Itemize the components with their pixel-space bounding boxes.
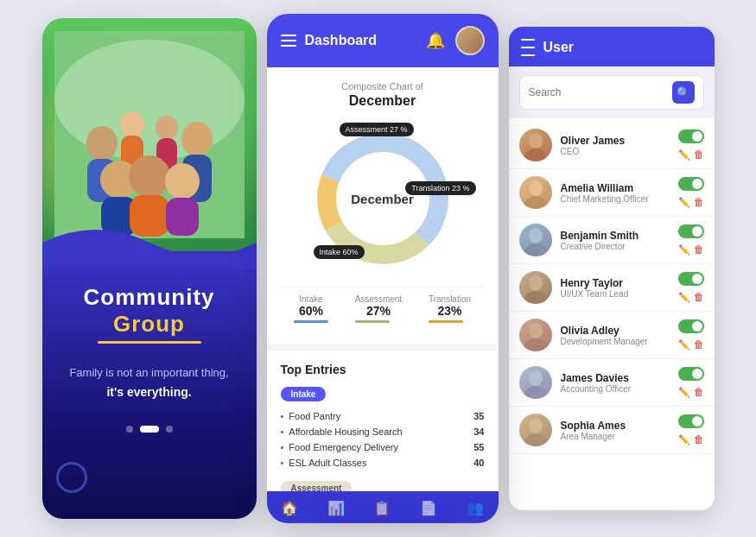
user-role-olivia: Development Manager — [561, 337, 670, 346]
action-icons-sophia: ✏️ 🗑 — [678, 433, 704, 445]
delete-icon-amelia[interactable]: 🗑 — [694, 196, 704, 208]
toggle-james[interactable] — [678, 367, 704, 381]
svg-point-23 — [524, 196, 547, 209]
family-photo-svg — [54, 31, 245, 238]
edit-icon-amelia[interactable]: ✏️ — [678, 197, 690, 208]
search-button[interactable]: 🔍 — [672, 81, 695, 104]
search-input[interactable] — [529, 86, 667, 98]
nav-list[interactable]: 📋 — [373, 500, 391, 516]
user-item-sophia: Sophia Ames Area Manager ✏️ 🗑 — [509, 407, 715, 454]
doc-icon: 📄 — [420, 500, 437, 516]
svg-point-6 — [120, 111, 144, 137]
toggle-amelia[interactable] — [678, 177, 704, 191]
badge-intake: Intake 60% — [314, 245, 365, 259]
delete-icon-sophia[interactable]: 🗑 — [694, 433, 704, 445]
nav-chart[interactable]: 📊 — [327, 500, 345, 516]
donut-container: Assessment 27 % Translation 23 % Intake … — [305, 121, 461, 276]
action-icons-oliver: ✏️ 🗑 — [678, 148, 704, 161]
list-icon: 📋 — [373, 500, 391, 516]
action-icons-benjamin: ✏️ 🗑 — [678, 243, 704, 256]
user-list: Oliver James CEO ✏️ 🗑 — [509, 118, 715, 510]
svg-point-32 — [529, 418, 543, 433]
panel-user: User 🔍 Oliver James — [509, 27, 715, 510]
nav-doc[interactable]: 📄 — [420, 500, 437, 516]
toggle-oliver[interactable] — [678, 130, 704, 143]
user-item-amelia: Amelia William Chief Marketing Officer ✏… — [509, 169, 715, 217]
user-item-benjamin: Benjamin Smith Creative Director ✏️ 🗑 — [509, 217, 715, 264]
hamburger-icon[interactable] — [281, 35, 296, 47]
edit-icon-sophia[interactable]: ✏️ — [678, 434, 690, 445]
user-role-benjamin: Creative Director — [561, 242, 670, 251]
bell-icon[interactable]: 🔔 — [426, 31, 445, 50]
svg-point-8 — [156, 116, 178, 140]
delete-icon-henry[interactable]: 🗑 — [694, 291, 704, 303]
user-role-henry: UI/UX Team Lead — [561, 289, 670, 299]
user-item-james: James Davies Accounting Officer ✏️ 🗑 — [509, 359, 715, 407]
entries-section: Top Entries Intake Food Pantry 35 Afford… — [267, 351, 499, 491]
delete-icon-olivia[interactable]: 🗑 — [694, 338, 704, 351]
avatar-benjamin — [519, 224, 552, 256]
toggle-benjamin[interactable] — [678, 224, 704, 238]
dot-1[interactable] — [126, 426, 133, 433]
assessment-category-badge: Assessment — [281, 481, 353, 491]
community-bottom: Community Group Family is not an importa… — [42, 251, 257, 519]
avatar-henry — [519, 271, 552, 304]
user-panel-title: User — [543, 40, 575, 55]
svg-point-27 — [524, 291, 547, 304]
edit-icon-henry[interactable]: ✏️ — [678, 292, 690, 303]
edit-icon-olivia[interactable]: ✏️ — [678, 339, 690, 351]
toggle-sophia[interactable] — [678, 414, 704, 428]
dashboard-nav: 🏠 📊 📋 📄 👥 — [267, 491, 499, 523]
entry-food-emergency: Food Emergency Delivery 55 — [281, 439, 485, 455]
user-info-olivia: Olivia Adley Development Manager — [561, 325, 670, 346]
delete-icon-james[interactable]: 🗑 — [694, 386, 704, 398]
toggle-henry[interactable] — [678, 272, 704, 286]
header-left: Dashboard — [281, 33, 378, 48]
user-actions-olivia: ✏️ 🗑 — [678, 319, 704, 351]
user-info-sophia: Sophia Ames Area Manager — [561, 420, 670, 441]
user-info-henry: Henry Taylor UI/UX Team Lead — [561, 277, 670, 299]
edit-icon-oliver[interactable]: ✏️ — [678, 149, 690, 161]
svg-point-29 — [524, 338, 547, 351]
avatar-amelia — [519, 176, 552, 209]
user-name-benjamin: Benjamin Smith — [561, 230, 670, 242]
delete-icon-oliver[interactable]: 🗑 — [694, 148, 704, 161]
nav-people[interactable]: 👥 — [467, 500, 484, 516]
user-name-oliver: Oliver James — [561, 135, 670, 147]
svg-point-4 — [181, 122, 213, 156]
user-item-oliver: Oliver James CEO ✏️ 🗑 — [509, 122, 715, 169]
panel-community: Community Group Family is not an importa… — [42, 18, 257, 519]
chart-subtitle: Composite Chart of — [281, 81, 485, 92]
wave-svg — [42, 217, 257, 268]
edit-icon-james[interactable]: ✏️ — [678, 387, 690, 398]
user-info-amelia: Amelia William Chief Marketing Officer — [561, 182, 670, 204]
badge-assessment: Assessment 27 % — [340, 123, 414, 136]
user-menu-icon[interactable] — [521, 39, 535, 56]
group-word: Group — [113, 311, 185, 337]
dashboard-header: Dashboard 🔔 — [267, 14, 499, 67]
svg-point-30 — [529, 370, 543, 386]
svg-point-31 — [524, 386, 547, 399]
community-logo: Community Group — [84, 284, 215, 344]
nav-home[interactable]: 🏠 — [281, 500, 298, 516]
user-actions-henry: ✏️ 🗑 — [678, 272, 704, 303]
community-tagline: Family is not an important thing, it's e… — [69, 364, 228, 401]
dashboard-title: Dashboard — [305, 33, 378, 48]
delete-icon-benjamin[interactable]: 🗑 — [694, 243, 704, 256]
dot-2[interactable] — [140, 426, 159, 433]
user-item-henry: Henry Taylor UI/UX Team Lead ✏️ 🗑 — [509, 264, 715, 312]
action-icons-olivia: ✏️ 🗑 — [678, 338, 704, 351]
user-name-sophia: Sophia Ames — [561, 420, 670, 432]
bubble-decoration — [56, 462, 87, 493]
user-name-henry: Henry Taylor — [561, 277, 670, 289]
user-avatar-header[interactable] — [455, 26, 485, 55]
entries-title: Top Entries — [281, 363, 485, 376]
logo-underline — [98, 341, 201, 344]
dot-3[interactable] — [166, 426, 173, 433]
toggle-olivia[interactable] — [678, 319, 704, 333]
user-name-amelia: Amelia William — [561, 182, 670, 194]
edit-icon-benjamin[interactable]: ✏️ — [678, 244, 690, 256]
action-icons-henry: ✏️ 🗑 — [678, 291, 704, 303]
user-role-oliver: CEO — [561, 147, 670, 156]
avatar-james — [519, 366, 552, 399]
